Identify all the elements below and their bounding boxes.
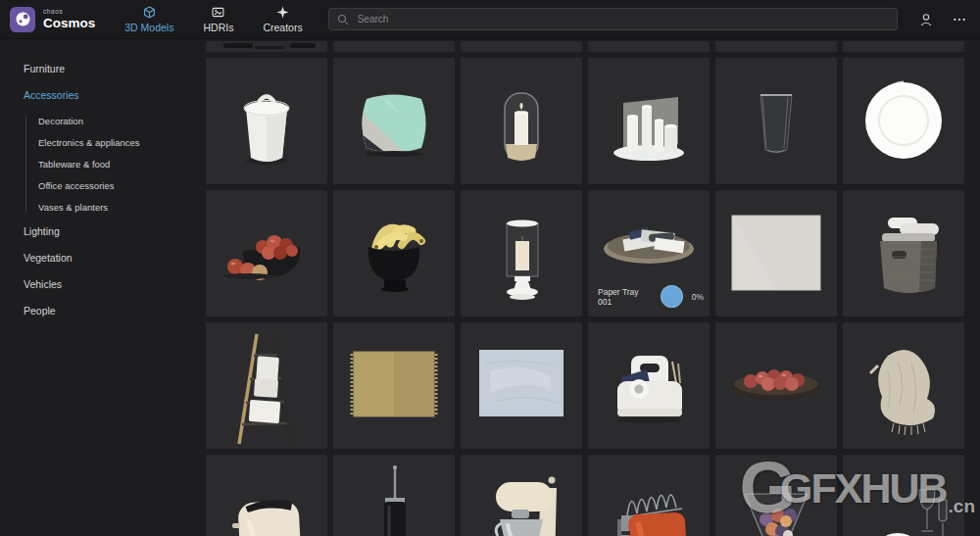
tab-hdris-label: HDRIs	[203, 22, 233, 33]
asset-tile-throw-blanket[interactable]	[843, 322, 964, 449]
stand-mixer-thumbnail	[461, 455, 582, 536]
asset-tile-stand-mixer[interactable]	[461, 455, 582, 536]
hurricane-candle-thumbnail	[461, 190, 582, 317]
asset-tile-light-rug[interactable]	[715, 190, 837, 317]
asset-tile-candle-cloche[interactable]	[461, 58, 582, 184]
user-icon[interactable]	[919, 13, 933, 26]
sidebar-item-decoration[interactable]: Decoration	[38, 116, 201, 126]
sidebar-item-office-accessories[interactable]: Office accessories	[38, 180, 201, 191]
brand-cosmos-label: Cosmos	[43, 17, 95, 30]
chaos-logo[interactable]	[10, 7, 35, 32]
sidebar-item-tableware-food[interactable]: Tableware & food	[38, 159, 201, 170]
sidebar-item-lighting[interactable]: Lighting	[24, 225, 201, 237]
asset-tile-hurricane-candle[interactable]	[461, 190, 582, 317]
more-options-icon[interactable]	[953, 13, 966, 26]
asset-tile-blue-rug[interactable]	[461, 322, 582, 449]
light-rug-thumbnail	[715, 190, 837, 317]
orange-toaster-thumbnail	[588, 455, 710, 536]
image-icon	[212, 6, 224, 19]
download-status: Paper Tray 001 0%	[598, 285, 704, 308]
asset-tile-partial[interactable]	[588, 41, 710, 52]
asset-tile-partial[interactable]	[715, 41, 837, 52]
sidebar-item-vehicles[interactable]: Vehicles	[24, 278, 201, 290]
chaos-logo-icon	[15, 11, 31, 27]
accessories-subcategories: Decoration Electronics & appliances Tabl…	[25, 116, 201, 213]
towel-ladder-thumbnail	[206, 322, 327, 449]
download-progress-circle	[661, 285, 683, 308]
partial-thumbnail	[206, 41, 327, 52]
asset-tile-banana-bowl[interactable]	[333, 190, 455, 317]
asset-tile-tan-rug[interactable]	[333, 322, 455, 449]
towel-basket-thumbnail	[843, 190, 964, 317]
glass-fruit-bowl-thumbnail	[715, 455, 837, 536]
search-input[interactable]	[356, 13, 889, 25]
asset-tile-partial[interactable]	[333, 41, 455, 52]
fruit-tray-thumbnail	[715, 322, 837, 449]
banana-bowl-thumbnail	[333, 190, 455, 317]
asset-tile-table-setting[interactable]	[843, 455, 964, 536]
candle-cloche-thumbnail	[461, 58, 582, 184]
white-plate-thumbnail	[843, 58, 964, 184]
asset-tile-lidded-bin[interactable]	[206, 58, 327, 184]
asset-tile-partial[interactable]	[206, 41, 327, 52]
apple-bowl-thumbnail	[206, 190, 327, 317]
cream-toaster-thumbnail	[206, 455, 327, 536]
brand: chaos Cosmos	[43, 9, 95, 30]
asset-tile-cream-toaster[interactable]	[206, 455, 327, 536]
download-progress-percent: 0%	[692, 292, 704, 302]
asset-tile-fruit-tray[interactable]	[715, 322, 837, 449]
sidebar-item-electronics-appliances[interactable]: Electronics & appliances	[38, 137, 201, 148]
asset-grid: Paper Tray 001 0%	[201, 39, 980, 536]
asset-tile-paper-tray-downloading[interactable]: Paper Tray 001 0%	[588, 190, 710, 317]
sidebar-item-accessories[interactable]: Accessories	[24, 89, 201, 101]
asset-tile-towel-basket[interactable]	[843, 190, 964, 317]
search-bar	[328, 8, 898, 30]
top-navigation-bar: chaos Cosmos 3D Models HDRIs Creators	[0, 0, 980, 39]
toilet-brush-thumbnail	[333, 455, 455, 536]
asset-tile-partial[interactable]	[843, 41, 964, 52]
sidebar-item-furniture[interactable]: Furniture	[24, 63, 201, 74]
cube-icon	[143, 6, 156, 19]
table-setting-thumbnail	[843, 455, 964, 536]
asset-tile-towel-ladder[interactable]	[206, 322, 327, 449]
search-icon	[337, 14, 349, 25]
asset-tile-glass-fruit-bowl[interactable]	[715, 455, 837, 536]
sparkle-icon	[276, 6, 289, 19]
asset-tile-desk-organizer[interactable]	[588, 322, 710, 449]
asset-tile-partial[interactable]	[461, 41, 582, 52]
tab-creators-label: Creators	[263, 22, 302, 33]
sidebar-item-people[interactable]: People	[24, 305, 201, 317]
main-nav: 3D Models HDRIs Creators	[124, 6, 302, 33]
tab-hdris[interactable]: HDRIs	[203, 6, 233, 33]
tab-creators[interactable]: Creators	[263, 6, 302, 33]
throw-pillow-thumbnail	[333, 58, 455, 184]
blue-rug-thumbnail	[461, 322, 582, 449]
sidebar-item-vegetation[interactable]: Vegetation	[24, 252, 201, 264]
asset-tile-orange-toaster[interactable]	[588, 455, 710, 536]
tab-3d-models-label: 3D Models	[124, 22, 173, 33]
tab-3d-models[interactable]: 3D Models	[124, 6, 173, 33]
asset-tile-white-plate[interactable]	[843, 58, 964, 184]
throw-blanket-thumbnail	[843, 322, 964, 449]
category-sidebar: Furniture Accessories Decoration Electro…	[0, 39, 201, 536]
download-asset-name: Paper Tray 001	[598, 287, 652, 307]
asset-tile-apple-bowl[interactable]	[206, 190, 327, 317]
asset-tile-toilet-brush[interactable]	[333, 455, 455, 536]
pillar-candle-set-thumbnail	[588, 58, 710, 184]
lidded-bin-thumbnail	[206, 58, 327, 184]
glass-tumbler-thumbnail	[715, 58, 837, 184]
asset-tile-glass-tumbler[interactable]	[715, 58, 837, 184]
asset-tile-pillar-candle-set[interactable]	[588, 58, 710, 184]
topbar-actions	[919, 13, 966, 26]
asset-tile-throw-pillow[interactable]	[333, 58, 455, 184]
tan-rug-thumbnail	[333, 322, 455, 449]
brand-chaos-label: chaos	[43, 9, 95, 16]
desk-organizer-thumbnail	[588, 322, 710, 449]
sidebar-item-vases-planters[interactable]: Vases & planters	[38, 202, 201, 213]
